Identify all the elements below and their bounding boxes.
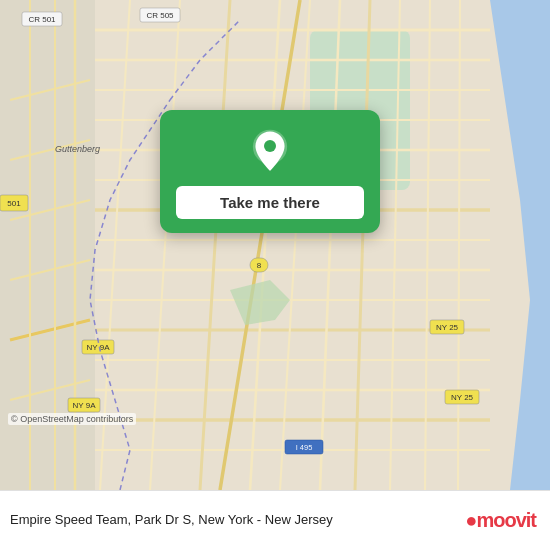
location-pin-icon bbox=[246, 128, 294, 176]
location-text: Empire Speed Team, Park Dr S, New York -… bbox=[10, 512, 455, 529]
svg-text:8: 8 bbox=[257, 261, 262, 270]
moovit-logo: ●moovit bbox=[465, 509, 536, 532]
map-attribution: © OpenStreetMap contributors bbox=[8, 413, 136, 425]
svg-text:NY 25: NY 25 bbox=[451, 393, 474, 402]
moovit-logo-text: ●moovit bbox=[465, 509, 536, 532]
map-container: CR 501 CR 505 501 NY 9A NY 9A 8 NY 25 NY… bbox=[0, 0, 550, 490]
svg-text:Guttenberg: Guttenberg bbox=[55, 144, 100, 154]
svg-text:501: 501 bbox=[7, 199, 21, 208]
svg-text:CR 501: CR 501 bbox=[28, 15, 56, 24]
svg-point-58 bbox=[264, 140, 276, 152]
bottom-bar: Empire Speed Team, Park Dr S, New York -… bbox=[0, 490, 550, 550]
location-card: Take me there bbox=[160, 110, 380, 233]
take-me-there-button[interactable]: Take me there bbox=[176, 186, 364, 219]
svg-text:I 495: I 495 bbox=[296, 443, 313, 452]
svg-text:NY 9A: NY 9A bbox=[87, 343, 111, 352]
svg-text:NY 9A: NY 9A bbox=[73, 401, 97, 410]
svg-text:NY 25: NY 25 bbox=[436, 323, 459, 332]
svg-text:CR 505: CR 505 bbox=[146, 11, 174, 20]
